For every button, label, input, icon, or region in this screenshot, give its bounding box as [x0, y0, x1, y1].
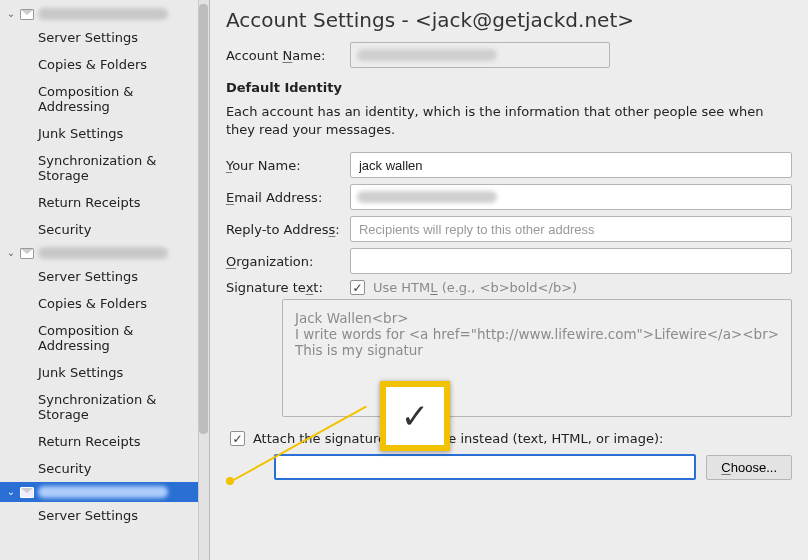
tree-item-server-settings[interactable]: Server Settings: [0, 502, 209, 529]
account-name-obscured: [38, 8, 168, 20]
identity-description: Each account has an identity, which is t…: [226, 103, 792, 138]
tree-item-security[interactable]: Security: [0, 216, 209, 243]
organization-input[interactable]: [350, 248, 792, 274]
tree-item-copies-folders[interactable]: Copies & Folders: [0, 290, 209, 317]
settings-main-panel: Account Settings - <jack@getjackd.net> A…: [210, 0, 808, 560]
tree-item-security[interactable]: Security: [0, 455, 209, 482]
tree-item-server-settings[interactable]: Server Settings: [0, 263, 209, 290]
default-identity-heading: Default Identity: [226, 80, 792, 95]
scrollbar-thumb[interactable]: [199, 4, 208, 434]
expander-icon[interactable]: ⌄: [6, 487, 16, 497]
account-name-obscured: [38, 486, 168, 498]
attach-signature-checkbox[interactable]: [230, 431, 245, 446]
replyto-row: Reply-to Address:: [226, 216, 792, 242]
attach-signature-label: Attach the signature from a file instead…: [253, 431, 663, 446]
page-title: Account Settings - <jack@getjackd.net>: [226, 8, 792, 32]
tree-item-sync-storage[interactable]: Synchronization & Storage: [0, 147, 209, 189]
tree-item-return-receipts[interactable]: Return Receipts: [0, 189, 209, 216]
signature-line: Jack Wallen<br>: [295, 310, 779, 326]
email-row: Email Address:: [226, 184, 792, 210]
account-name-input[interactable]: [350, 42, 610, 68]
attach-signature-row: Attach the signature from a file instead…: [226, 431, 792, 446]
organization-row: Organization:: [226, 248, 792, 274]
account-tree-sidebar: ⌄ Server Settings Copies & Folders Compo…: [0, 0, 210, 560]
tree-item-return-receipts[interactable]: Return Receipts: [0, 428, 209, 455]
your-name-row: Your Name:: [226, 152, 792, 178]
use-html-label: Use HTML (e.g., <b>bold</b>): [373, 280, 577, 295]
account-name-value-obscured: [357, 49, 497, 61]
mail-icon: [20, 9, 34, 20]
callout-dot: [226, 477, 234, 485]
use-html-checkbox[interactable]: [350, 280, 365, 295]
tree-item-composition-addressing[interactable]: Composition & Addressing: [0, 78, 209, 120]
tree-item-server-settings[interactable]: Server Settings: [0, 24, 209, 51]
signature-text-row: Signature text: Use HTML (e.g., <b>bold<…: [226, 280, 792, 295]
email-input[interactable]: [350, 184, 792, 210]
account-name-obscured: [38, 247, 168, 259]
tree-item-composition-addressing[interactable]: Composition & Addressing: [0, 317, 209, 359]
mail-icon: [20, 487, 34, 498]
choose-file-button[interactable]: Choose...: [706, 455, 792, 480]
account-name-label: Account Name:: [226, 48, 350, 63]
account-tree: ⌄ Server Settings Copies & Folders Compo…: [0, 0, 209, 529]
tree-item-junk-settings[interactable]: Junk Settings: [0, 120, 209, 147]
replyto-input[interactable]: [350, 216, 792, 242]
signature-line: This is my signatur: [295, 342, 779, 358]
mail-icon: [20, 248, 34, 259]
account-name-row: Account Name:: [226, 42, 792, 68]
email-label: Email Address:: [226, 190, 350, 205]
email-value-obscured: [357, 191, 497, 203]
account-row-3-selected[interactable]: ⌄: [0, 482, 209, 502]
expander-icon[interactable]: ⌄: [6, 248, 16, 258]
tree-item-sync-storage[interactable]: Synchronization & Storage: [0, 386, 209, 428]
signature-line: I write words for <a href="http://www.li…: [295, 326, 779, 342]
tree-item-junk-settings[interactable]: Junk Settings: [0, 359, 209, 386]
tree-item-copies-folders[interactable]: Copies & Folders: [0, 51, 209, 78]
signature-file-input[interactable]: [274, 454, 696, 480]
account-row-1[interactable]: ⌄: [0, 4, 209, 24]
signature-text-label: Signature text:: [226, 280, 350, 295]
organization-label: Organization:: [226, 254, 350, 269]
your-name-input[interactable]: [350, 152, 792, 178]
signature-file-row: Choose...: [274, 454, 792, 480]
replyto-label: Reply-to Address:: [226, 222, 350, 237]
account-row-2[interactable]: ⌄: [0, 243, 209, 263]
expander-icon[interactable]: ⌄: [6, 9, 16, 19]
signature-textarea[interactable]: Jack Wallen<br> I write words for <a hre…: [282, 299, 792, 417]
your-name-label: Your Name:: [226, 158, 350, 173]
sidebar-scrollbar[interactable]: [198, 0, 209, 560]
